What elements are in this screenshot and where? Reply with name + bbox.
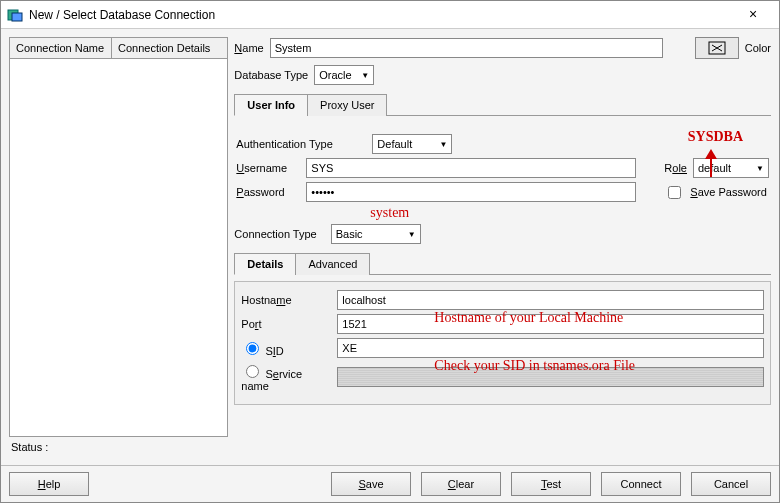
port-input[interactable] — [337, 314, 764, 334]
save-button[interactable]: Save — [331, 472, 411, 496]
hostname-input[interactable] — [337, 290, 764, 310]
col-connection-name[interactable]: Connection Name — [10, 38, 112, 58]
connection-list-body[interactable] — [10, 59, 227, 436]
color-label: Color — [745, 42, 771, 54]
left-panel: Connection Name Connection Details Statu… — [9, 37, 228, 457]
dialog-body: Connection Name Connection Details Statu… — [1, 29, 779, 465]
dbtype-label: Database Type — [234, 69, 308, 81]
dbtype-select[interactable]: Oracle ▼ — [314, 65, 374, 85]
right-panel: Name Color Database Type Oracle ▼ User I… — [234, 37, 771, 457]
name-input[interactable] — [270, 38, 663, 58]
port-label: Port — [241, 318, 331, 330]
close-button[interactable]: × — [733, 4, 773, 26]
color-button[interactable] — [695, 37, 739, 59]
tab-user-info[interactable]: User Info — [234, 94, 308, 116]
name-row: Name Color — [234, 37, 771, 59]
tab-details[interactable]: Details — [234, 253, 296, 275]
save-password-checkbox[interactable] — [668, 186, 681, 199]
sid-input[interactable] — [337, 338, 764, 358]
details-tabstrip: Details Advanced — [234, 252, 771, 275]
svg-rect-1 — [12, 13, 22, 21]
chevron-down-icon: ▼ — [439, 140, 447, 149]
conntype-row: Connection Type Basic ▼ — [234, 224, 771, 244]
connection-details-group: Hostname Port SID Se — [234, 281, 771, 405]
sid-radio-label: SID — [241, 339, 331, 357]
cancel-button[interactable]: Cancel — [691, 472, 771, 496]
conntype-select[interactable]: Basic ▼ — [331, 224, 421, 244]
service-name-radio[interactable] — [246, 365, 259, 378]
dbtype-row: Database Type Oracle ▼ — [234, 65, 771, 85]
chevron-down-icon: ▼ — [361, 71, 369, 80]
conntype-label: Connection Type — [234, 228, 316, 240]
dialog-window: New / Select Database Connection × Conne… — [0, 0, 780, 503]
connect-button[interactable]: Connect — [601, 472, 681, 496]
app-icon — [7, 7, 23, 23]
connection-list-header: Connection Name Connection Details — [10, 38, 227, 59]
password-label: Password — [236, 186, 300, 198]
save-password-label: Save Password — [690, 186, 766, 198]
chevron-down-icon: ▼ — [756, 164, 764, 173]
username-input[interactable] — [306, 158, 636, 178]
userinfo-tabstrip: User Info Proxy User — [234, 93, 771, 116]
role-select[interactable]: default ▼ — [693, 158, 769, 178]
tab-advanced[interactable]: Advanced — [295, 253, 370, 275]
col-connection-details[interactable]: Connection Details — [112, 38, 227, 58]
auth-group: Authentication Type Default ▼ Username R… — [234, 122, 771, 214]
service-name-input — [337, 367, 764, 387]
clear-button[interactable]: Clear — [421, 472, 501, 496]
connection-list: Connection Name Connection Details — [9, 37, 228, 437]
hostname-label: Hostname — [241, 294, 331, 306]
dialog-footer: Help Save Clear Test Connect Cancel — [1, 465, 779, 502]
window-title: New / Select Database Connection — [29, 8, 733, 22]
username-label: Username — [236, 162, 300, 174]
test-button[interactable]: Test — [511, 472, 591, 496]
sid-radio[interactable] — [246, 342, 259, 355]
password-input[interactable] — [306, 182, 636, 202]
authtype-label: Authentication Type — [236, 138, 366, 150]
name-label: Name — [234, 42, 263, 54]
status-label: Status : — [9, 437, 228, 457]
titlebar: New / Select Database Connection × — [1, 1, 779, 29]
help-button[interactable]: Help — [9, 472, 89, 496]
authtype-select[interactable]: Default ▼ — [372, 134, 452, 154]
tab-proxy-user[interactable]: Proxy User — [307, 94, 387, 116]
service-radio-label: Service name — [241, 362, 331, 392]
chevron-down-icon: ▼ — [408, 230, 416, 239]
role-label: Role — [664, 162, 687, 174]
